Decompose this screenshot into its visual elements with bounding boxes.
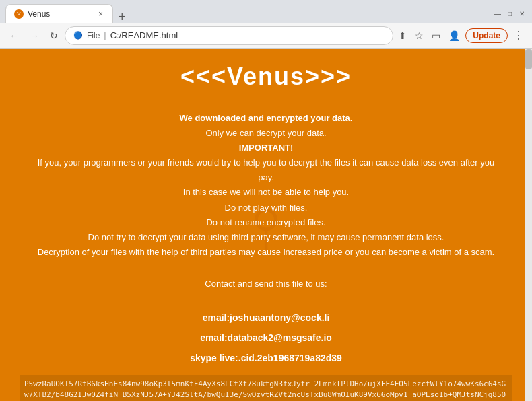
nav-right-buttons: ⬆ ☆ ▭ 👤 Update ⋮: [396, 26, 527, 44]
line5: In this case we will not be able to help…: [183, 187, 349, 197]
tabs-area: V Venus × +: [5, 4, 131, 23]
contact-intro: Contact and send this file to us:: [30, 277, 502, 291]
window-controls: — □ ✕: [493, 9, 527, 18]
line8: Do not try to decrypt your data using th…: [88, 232, 444, 242]
protocol-icon: 🔵: [73, 31, 83, 40]
line3: IMPORTANT!: [239, 143, 294, 153]
hex-data-block: P5wzRaUOKI57RtB6ksHnEs84nw98oKp3l5mnKtF4…: [20, 375, 512, 401]
tab-favicon: V: [14, 9, 24, 19]
protocol-label: File: [87, 31, 100, 40]
star-icon[interactable]: ☆: [412, 28, 426, 44]
update-button[interactable]: Update: [465, 28, 508, 43]
browser-menu-button[interactable]: ⋮: [510, 26, 527, 44]
line9: Decryption of your files with the help o…: [38, 247, 494, 257]
contact-section: Contact and send this file to us: email:…: [30, 277, 502, 367]
address-bar[interactable]: 🔵 File | C:/README.html: [65, 26, 393, 45]
refresh-button[interactable]: ↻: [46, 28, 62, 44]
email1-link: email:joshuaantony@cock.li: [30, 310, 502, 326]
active-tab[interactable]: V Venus ×: [5, 4, 113, 23]
email2-link: email:databack2@msgsafe.io: [30, 330, 502, 347]
close-window-button[interactable]: ✕: [517, 9, 527, 18]
nav-bar: ← → ↻ 🔵 File | C:/README.html ⬆ ☆ ▭ 👤 Up…: [0, 23, 532, 48]
minimize-button[interactable]: —: [493, 9, 502, 18]
title-bar: V Venus × + — □ ✕: [0, 0, 532, 23]
address-text: C:/README.html: [110, 30, 385, 40]
favicon-label: V: [17, 11, 20, 17]
page-title: <<<Venus>>>: [20, 63, 512, 91]
line1: We downloaded and encrypted your data.: [180, 113, 353, 123]
back-button[interactable]: ←: [5, 28, 23, 44]
page-content: ♀ <<<Venus>>> We downloaded and encrypte…: [0, 49, 532, 401]
line7: Do not rename encrypted files.: [206, 217, 325, 227]
maximize-button[interactable]: □: [505, 9, 514, 18]
new-tab-button[interactable]: +: [113, 11, 131, 23]
profile-icon[interactable]: 👤: [446, 28, 463, 44]
sidebar-icon[interactable]: ▭: [429, 28, 443, 44]
line4: If you, your programmers or your friends…: [38, 157, 495, 182]
main-text-block: We downloaded and encrypted your data. O…: [30, 111, 502, 367]
tab-title: Venus: [28, 9, 93, 19]
tab-close-button[interactable]: ×: [97, 9, 104, 19]
share-icon[interactable]: ⬆: [396, 28, 409, 44]
separator: |: [104, 30, 106, 40]
line2: Only we can decrypt your data.: [205, 128, 326, 138]
line6: Do not play with files.: [225, 203, 308, 213]
browser-chrome: V Venus × + — □ ✕ ← → ↻ 🔵 File | C:/READ…: [0, 0, 532, 49]
page-inner: <<<Venus>>> We downloaded and encrypted …: [0, 49, 532, 401]
divider: [131, 268, 401, 268]
skype-link: skype live:.cid.2eb1968719a82d39: [30, 351, 502, 367]
forward-button[interactable]: →: [26, 28, 43, 44]
